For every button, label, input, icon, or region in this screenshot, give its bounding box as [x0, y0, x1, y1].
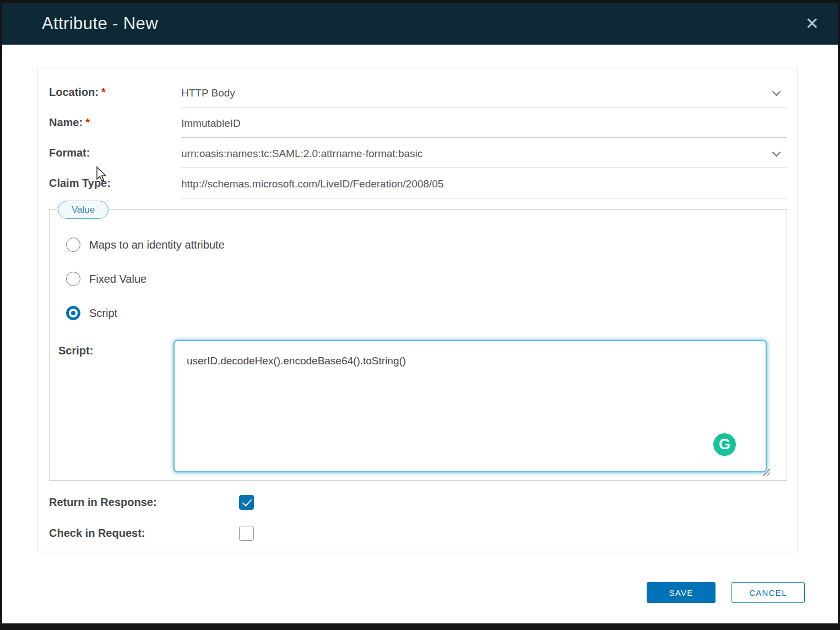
return-in-response-label: Return in Response:: [49, 496, 239, 509]
required-asterisk: *: [101, 86, 106, 98]
close-icon[interactable]: ✕: [801, 13, 823, 34]
attribute-new-dialog: Attribute - New ✕ Location:* HTTP Body N…: [2, 3, 838, 623]
form-rows: Location:* HTTP Body Name:* ImmutableID …: [37, 68, 798, 198]
required-asterisk: *: [85, 116, 90, 128]
radio-row-maps-to-identity[interactable]: Maps to an identity attribute: [66, 238, 778, 252]
radio-script[interactable]: [66, 306, 80, 320]
format-label-text: Format:: [49, 147, 90, 159]
return-in-response-checkbox[interactable]: [239, 495, 254, 510]
location-label-text: Location:: [49, 86, 99, 98]
location-label: Location:*: [49, 77, 181, 107]
name-input[interactable]: ImmutableID: [181, 107, 787, 138]
script-row: Script: userID.decodeHex().encodeBase64(…: [58, 340, 778, 472]
radio-label[interactable]: Maps to an identity attribute: [89, 239, 225, 251]
chevron-down-icon: [772, 88, 781, 96]
radio-row-fixed-value[interactable]: Fixed Value: [66, 272, 778, 286]
return-in-response-row: Return in Response:: [49, 495, 798, 510]
format-select[interactable]: urn:oasis:names:tc:SAML:2.0:attrname-for…: [181, 138, 787, 168]
name-row: Name:* ImmutableID: [49, 107, 787, 138]
dialog-footer: SAVE CANCEL: [647, 582, 805, 603]
cancel-button[interactable]: CANCEL: [731, 582, 805, 603]
radio-maps-to-identity[interactable]: [66, 238, 80, 252]
script-label: Script:: [58, 340, 174, 472]
name-label-text: Name:: [49, 116, 83, 128]
location-row: Location:* HTTP Body: [49, 77, 787, 107]
format-row: Format: urn:oasis:names:tc:SAML:2.0:attr…: [49, 138, 787, 168]
format-label: Format:: [49, 138, 181, 168]
claim-type-input[interactable]: http://schemas.microsoft.com/LiveID/Fede…: [181, 168, 787, 198]
dialog-title: Attribute - New: [42, 14, 801, 34]
claim-type-row: Claim Type: http://schemas.microsoft.com…: [49, 168, 787, 198]
check-in-request-row: Check in Request:: [49, 526, 798, 541]
chevron-down-icon: [772, 148, 781, 157]
script-textarea[interactable]: userID.decodeHex().encodeBase64().toStri…: [174, 340, 767, 472]
dialog-header: Attribute - New ✕: [2, 3, 838, 45]
radio-label[interactable]: Script: [89, 307, 117, 320]
tab-value[interactable]: Value: [58, 201, 109, 219]
format-value: urn:oasis:names:tc:SAML:2.0:attrname-for…: [181, 148, 422, 160]
name-label: Name:*: [49, 107, 181, 138]
value-panel: Maps to an identity attribute Fixed Valu…: [49, 209, 787, 481]
name-value: ImmutableID: [181, 117, 241, 130]
check-in-request-checkbox[interactable]: [239, 526, 254, 541]
check-in-request-label: Check in Request:: [49, 527, 239, 540]
save-button[interactable]: SAVE: [647, 582, 716, 603]
claim-type-label-text: Claim Type:: [49, 177, 111, 189]
value-section: Value Maps to an identity attribute Fixe…: [49, 209, 787, 481]
radio-label[interactable]: Fixed Value: [89, 273, 147, 286]
form-panel: Location:* HTTP Body Name:* ImmutableID …: [37, 68, 798, 552]
grammarly-icon[interactable]: G: [713, 433, 736, 456]
script-editor-container: userID.decodeHex().encodeBase64().toStri…: [174, 340, 767, 472]
radio-fixed-value[interactable]: [66, 272, 80, 286]
claim-type-label: Claim Type:: [49, 168, 181, 198]
location-value: HTTP Body: [181, 87, 235, 99]
claim-type-value: http://schemas.microsoft.com/LiveID/Fede…: [181, 178, 443, 190]
location-select[interactable]: HTTP Body: [181, 77, 787, 107]
radio-row-script[interactable]: Script: [66, 306, 778, 320]
